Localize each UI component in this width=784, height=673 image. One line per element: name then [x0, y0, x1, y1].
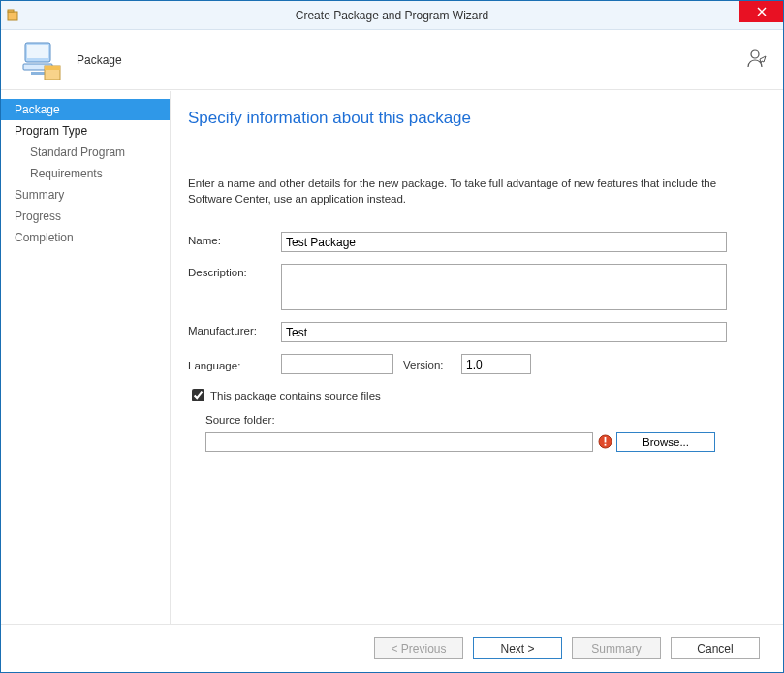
row-contains-source: This package contains source files [188, 386, 758, 404]
error-icon [597, 434, 612, 450]
user-icon [746, 48, 768, 72]
row-language-version: Language: Version: [188, 354, 758, 374]
main-content: Specify information about this package E… [171, 91, 783, 624]
app-icon [7, 8, 22, 23]
wizard-header: Package [1, 30, 783, 90]
language-label: Language: [188, 357, 281, 371]
svg-rect-12 [604, 437, 606, 443]
titlebar: Create Package and Program Wizard [1, 1, 783, 30]
manufacturer-label: Manufacturer: [188, 322, 281, 336]
browse-button[interactable]: Browse... [616, 432, 715, 452]
sidebar-item-summary[interactable]: Summary [1, 184, 170, 206]
close-icon [757, 7, 767, 16]
close-button[interactable] [739, 1, 783, 22]
row-manufacturer: Manufacturer: [188, 322, 758, 342]
manufacturer-input[interactable] [281, 322, 727, 342]
row-source-folder: Browse... [205, 432, 758, 452]
header-title: Package [77, 53, 122, 67]
sidebar: Package Program Type Standard Program Re… [1, 91, 171, 624]
version-label: Version: [403, 359, 461, 370]
row-description: Description: [188, 264, 758, 310]
name-label: Name: [188, 232, 281, 246]
svg-rect-1 [8, 10, 14, 12]
source-folder-label: Source folder: [205, 414, 758, 426]
window-title: Create Package and Program Wizard [1, 9, 783, 22]
language-input[interactable] [281, 354, 393, 374]
page-title: Specify information about this package [188, 109, 758, 128]
row-name: Name: [188, 232, 758, 252]
summary-button[interactable]: Summary [572, 637, 661, 659]
sidebar-item-program-type[interactable]: Program Type [1, 120, 170, 142]
svg-rect-5 [27, 45, 48, 58]
sidebar-item-standard-program[interactable]: Standard Program [1, 142, 170, 163]
description-label: Description: [188, 264, 281, 278]
contains-source-checkbox[interactable] [192, 389, 204, 401]
cancel-button[interactable]: Cancel [671, 637, 760, 659]
svg-rect-7 [31, 72, 45, 75]
version-input[interactable] [461, 354, 531, 374]
wizard-footer: < Previous Next > Summary Cancel [1, 624, 783, 672]
sidebar-item-package[interactable]: Package [1, 99, 170, 120]
contains-source-label: This package contains source files [210, 390, 381, 401]
svg-rect-9 [45, 66, 60, 70]
sidebar-item-progress[interactable]: Progress [1, 206, 170, 227]
description-input[interactable] [281, 264, 727, 310]
svg-point-10 [751, 50, 759, 58]
previous-button[interactable]: < Previous [374, 637, 463, 659]
package-icon [16, 36, 65, 84]
sidebar-item-completion[interactable]: Completion [1, 227, 170, 248]
svg-rect-0 [8, 12, 17, 20]
svg-rect-13 [604, 444, 606, 446]
next-button[interactable]: Next > [473, 637, 562, 659]
source-folder-input[interactable] [205, 432, 593, 452]
wizard-window: Create Package and Program Wizard Packag… [0, 0, 784, 673]
sidebar-item-requirements[interactable]: Requirements [1, 163, 170, 184]
name-input[interactable] [281, 232, 727, 252]
wizard-body: Package Program Type Standard Program Re… [1, 91, 783, 624]
instruction-text: Enter a name and other details for the n… [188, 176, 731, 207]
